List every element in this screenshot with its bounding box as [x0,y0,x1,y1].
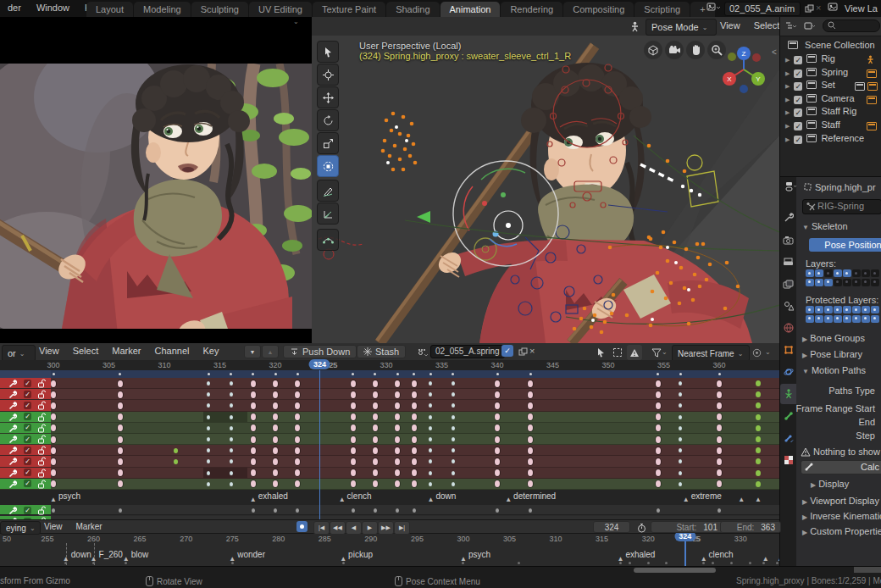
keyframe[interactable] [679,448,682,452]
keyframe[interactable] [756,447,761,453]
keyframe[interactable] [373,458,378,465]
keyframe[interactable] [717,402,722,409]
keyframe[interactable] [274,373,277,375]
unlock-icon[interactable] [37,401,46,412]
armature-datablock-field[interactable]: RIG-Spring [802,199,881,214]
layer-toggle[interactable] [871,306,879,313]
keyframe[interactable] [429,415,432,419]
keyframe[interactable] [717,458,722,465]
keyframe[interactable] [679,381,682,386]
keyframe[interactable] [207,459,210,463]
keyframe[interactable] [429,448,432,452]
keyframe[interactable] [717,469,722,476]
keyframe[interactable] [495,413,500,420]
keyframe[interactable] [118,436,123,443]
workspace-tab-rendering[interactable]: Rendering [501,2,562,17]
keyframe[interactable] [528,413,533,420]
visibility-checkbox[interactable]: ✓ [794,136,802,144]
keyframe[interactable] [295,458,300,465]
marker-label[interactable]: F_260 [99,550,123,559]
keyframe[interactable] [395,436,400,443]
marker-triangle-icon[interactable]: ▲ [505,496,512,503]
keyframe[interactable] [756,458,761,464]
layer-toggle[interactable] [834,306,842,313]
keyframe[interactable] [412,424,417,431]
keyframe[interactable] [717,447,722,454]
keyframe[interactable] [717,424,722,431]
workspace-tab-shading[interactable]: Shading [386,2,439,17]
panel-custom-properties[interactable]: ▶Custom Properties [802,526,881,536]
keyframe[interactable] [679,482,682,486]
keyframe[interactable] [495,447,500,454]
keyframe[interactable] [656,424,661,431]
expand-arrow-icon[interactable]: ▶ [785,70,790,76]
tool-transform[interactable] [317,155,339,177]
properties-breadcrumb[interactable]: Spring.high_pr [804,182,880,192]
keyframe[interactable] [528,402,533,409]
keyframe[interactable] [679,437,682,441]
keyframe[interactable] [412,458,417,465]
keyframe[interactable] [717,480,722,487]
keyframe[interactable] [395,424,400,431]
marker-triangle-icon[interactable]: ▲ [755,496,762,503]
properties-scrollbar[interactable] [854,567,881,573]
keyframe[interactable] [230,415,233,419]
keyframe[interactable] [496,508,499,513]
outliner-search-input[interactable] [823,19,880,32]
keyframe[interactable] [452,448,455,452]
keyframe[interactable] [51,380,56,387]
layer-toggle[interactable] [815,269,823,277]
keyframe[interactable] [118,402,123,409]
unlock-icon[interactable] [37,390,46,401]
keyframe[interactable] [296,373,299,375]
layer-toggle[interactable] [815,306,823,313]
keyframe[interactable] [51,480,56,487]
keyframe[interactable] [207,426,210,430]
layer-toggle[interactable] [806,315,814,323]
keyframe[interactable] [717,436,722,443]
unlock-icon[interactable] [37,435,46,446]
keyframe[interactable] [373,469,378,476]
keyframe[interactable] [118,413,123,420]
keyframe[interactable] [717,391,722,398]
keyframe[interactable] [351,458,356,465]
workspace-tab-texturepaint[interactable]: Texture Paint [313,2,385,17]
keyframe[interactable] [52,508,55,513]
channel-row[interactable]: ✓ [0,389,779,400]
marker-label[interactable]: exhaled [625,550,655,559]
keyframe[interactable] [352,508,355,513]
keyframe[interactable] [656,413,661,420]
keyframe[interactable] [51,436,56,443]
keyframe[interactable] [452,392,455,397]
workspace-tab-layout[interactable]: Layout [86,2,133,17]
keyframe[interactable] [412,413,417,420]
view-layer-name[interactable]: View La [845,3,878,14]
keyframe[interactable] [452,426,455,430]
layer-toggle[interactable] [852,269,861,277]
unlock-icon[interactable] [37,413,46,424]
layer-toggle[interactable] [843,315,851,323]
keyframe[interactable] [528,447,533,454]
properties-tab-render[interactable] [780,230,796,250]
marker-label[interactable]: exhaled [258,491,288,501]
channel-name-box[interactable]: ✓ [0,434,51,444]
keyframe[interactable] [230,373,232,375]
keyframe[interactable] [295,436,300,443]
channel-row[interactable]: ✓ [0,434,779,445]
nav-camera-button[interactable] [665,41,684,59]
tool-scale[interactable] [317,132,339,154]
outliner-row-staff-rig[interactable]: ▶✓Staff Rig [780,106,881,119]
dope-menu-channel[interactable]: Channel [147,342,196,356]
keyframe[interactable] [395,480,400,487]
tool-measure[interactable] [317,202,339,225]
channel-enable-checkbox[interactable]: ✓ [24,480,31,487]
layer-toggle[interactable] [871,269,879,277]
properties-tab-tool[interactable] [780,208,796,228]
keyframe[interactable] [452,381,455,386]
keyframe[interactable] [679,373,682,375]
move-down-button[interactable]: ▼ [244,345,261,358]
keyframe[interactable] [528,436,533,443]
marker-label[interactable]: psych [58,491,80,501]
tool-tweak-select[interactable] [317,41,339,63]
timeline-menu-view[interactable]: View [37,519,69,531]
